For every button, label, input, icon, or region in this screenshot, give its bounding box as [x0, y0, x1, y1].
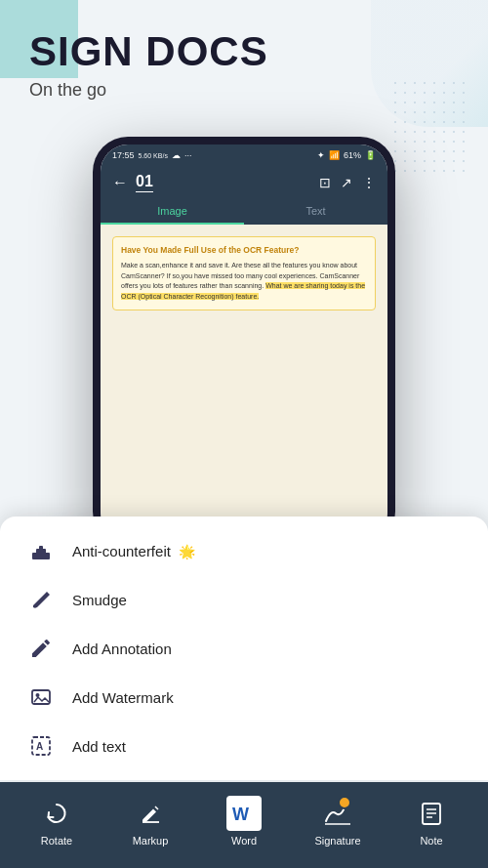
signature-badge — [338, 796, 351, 809]
menu-item-add-annotation[interactable]: Add Annotation — [0, 624, 488, 673]
tab-bar: Image Text — [101, 199, 387, 225]
tab-text[interactable]: Text — [244, 199, 387, 225]
nav-item-rotate[interactable]: Rotate — [10, 796, 103, 847]
back-icon[interactable]: ← — [112, 174, 128, 191]
nav-item-markup[interactable]: Markup — [103, 796, 197, 847]
battery-level: 61% — [344, 150, 361, 160]
anti-counterfeit-icon — [27, 537, 55, 564]
phone-screen: 17:55 5.60 KB/s ☁ ··· ✦ 📶 61% 🔋 ← 01 — [101, 145, 387, 539]
doc-body: Make a scan,enhance it and save it. Are … — [121, 261, 367, 302]
add-watermark-icon — [27, 683, 55, 711]
markup-label: Markup — [133, 835, 169, 847]
crop-icon[interactable]: ⊡ — [319, 175, 331, 190]
battery-icon: 🔋 — [365, 150, 376, 160]
smudge-icon — [27, 586, 55, 613]
status-more-icon: ··· — [184, 150, 192, 160]
status-time: 17:55 — [112, 150, 135, 160]
svg-text:W: W — [232, 805, 249, 824]
rotate-label: Rotate — [41, 835, 72, 847]
nav-item-note[interactable]: Note — [385, 796, 478, 847]
menu-item-anti-counterfeit[interactable]: Anti-counterfeit 🌟 — [0, 526, 488, 575]
doc-title: Have You Made Full Use of the OCR Featur… — [121, 245, 367, 256]
svg-rect-0 — [32, 553, 50, 559]
more-icon[interactable]: ⋮ — [362, 175, 376, 190]
phone-outer: 17:55 5.60 KB/s ☁ ··· ✦ 📶 61% 🔋 ← 01 — [93, 137, 395, 547]
phone-mockup: 17:55 5.60 KB/s ☁ ··· ✦ 📶 61% 🔋 ← 01 — [93, 137, 395, 547]
share-icon[interactable]: ↗ — [341, 175, 352, 190]
anti-counterfeit-emoji: 🌟 — [179, 544, 195, 559]
add-text-label: Add text — [72, 738, 126, 755]
bluetooth-icon: ✦ — [317, 150, 325, 160]
smudge-label: Smudge — [72, 592, 127, 608]
status-data: 5.60 KB/s — [139, 152, 168, 159]
bg-dots-pattern — [390, 78, 468, 176]
markup-icon — [133, 796, 168, 831]
page-number: 01 — [136, 173, 153, 192]
document-area: Have You Made Full Use of the OCR Featur… — [101, 225, 387, 539]
anti-counterfeit-label: Anti-counterfeit 🌟 — [72, 543, 195, 559]
menu-item-add-watermark[interactable]: Add Watermark — [0, 673, 488, 722]
signature-icon — [320, 796, 355, 831]
note-label: Note — [420, 835, 442, 847]
document-card: Have You Made Full Use of the OCR Featur… — [112, 236, 376, 310]
word-icon: W — [226, 796, 262, 831]
status-bar: 17:55 5.60 KB/s ☁ ··· ✦ 📶 61% 🔋 — [101, 145, 387, 166]
nav-item-signature[interactable]: Signature — [291, 796, 385, 847]
menu-item-smudge[interactable]: Smudge — [0, 575, 488, 624]
add-annotation-label: Add Annotation — [72, 641, 172, 657]
tab-image[interactable]: Image — [101, 199, 244, 225]
rotate-icon — [39, 796, 74, 831]
add-watermark-label: Add Watermark — [72, 689, 174, 706]
page-header: SIGN DOCS On the go — [29, 29, 268, 101]
svg-rect-2 — [39, 546, 43, 550]
app-toolbar: ← 01 ⊡ ↗ ⋮ — [101, 166, 387, 199]
svg-point-4 — [36, 693, 40, 697]
wifi-icon: 📶 — [329, 150, 340, 160]
add-text-icon: A — [27, 732, 55, 760]
add-annotation-icon — [27, 635, 55, 662]
nav-item-word[interactable]: W Word — [197, 796, 291, 847]
page-title: SIGN DOCS — [29, 29, 268, 74]
svg-text:A: A — [36, 741, 43, 752]
signature-label: Signature — [314, 835, 360, 847]
bottom-nav: Rotate Markup W Word — [0, 782, 488, 868]
dropdown-menu: Anti-counterfeit 🌟 Smudge Add Annotation — [0, 517, 488, 780]
page-subtitle: On the go — [29, 80, 268, 101]
note-icon — [414, 796, 449, 831]
word-label: Word — [231, 835, 257, 847]
highlighted-text: What we are sharing today is the OCR (Op… — [121, 282, 365, 300]
status-cloud-icon: ☁ — [172, 150, 181, 160]
menu-item-add-text[interactable]: A Add text — [0, 722, 488, 770]
